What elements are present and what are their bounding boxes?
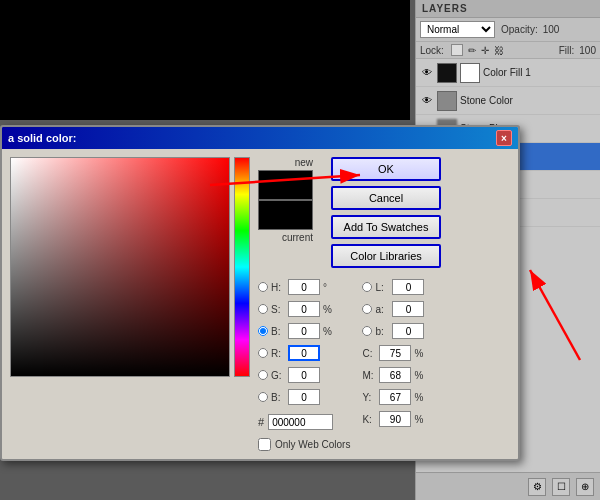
blue-rgb-field-row: B: [258,388,350,406]
hue-radio[interactable] [258,282,268,292]
saturation-field-row: S: % [258,300,350,318]
hue-field-row: H: ° [258,278,350,296]
a-label: a: [375,304,389,315]
dialog-close-button[interactable]: × [496,130,512,146]
blend-mode-select[interactable]: Normal [420,21,495,38]
add-to-swatches-button[interactable]: Add To Swatches [331,215,441,239]
k-input[interactable] [379,411,411,427]
new-adjustment-button[interactable]: ⊕ [576,478,594,496]
dialog-buttons: OK Cancel Add To Swatches Color Librarie… [331,157,441,268]
c-field-row: C: % [362,344,426,362]
brightness-input[interactable] [288,323,320,339]
hue-unit: ° [323,282,335,293]
lock-row: Lock: ✏ ✛ ⛓ Fill: 100 [416,42,600,59]
l-input[interactable] [392,279,424,295]
hue-slider[interactable] [234,157,250,377]
web-colors-row: Only Web Colors [258,438,350,451]
opacity-label: Opacity: [501,24,538,35]
m-input[interactable] [379,367,411,383]
green-input[interactable] [288,367,320,383]
k-unit: % [414,414,426,425]
hex-input[interactable] [268,414,333,430]
b2-label: b: [375,326,389,337]
saturation-label: S: [271,304,285,315]
color-picker-left [10,157,250,451]
m-label: M: [362,370,376,381]
lock-icon[interactable] [451,44,463,56]
c-label: C: [362,348,376,359]
red-radio[interactable] [258,348,268,358]
layer-mask-thumbnail [460,63,480,83]
new-label: new [295,157,313,168]
dialog-center: new current OK Cancel Add To Swatches Co… [258,157,441,451]
fill-label: Fill: [559,45,575,56]
b2-radio[interactable] [362,326,372,336]
b2-input[interactable] [392,323,424,339]
move-icon[interactable]: ✛ [481,45,489,56]
red-input[interactable] [288,345,320,361]
y-unit: % [414,392,426,403]
red-label: R: [271,348,285,359]
a-radio[interactable] [362,304,372,314]
brightness-label: B: [271,326,285,337]
visibility-icon[interactable]: 👁 [420,66,434,80]
lock-label: Lock: [420,45,444,56]
web-colors-label: Only Web Colors [275,439,350,450]
saturation-radio[interactable] [258,304,268,314]
green-label: G: [271,370,285,381]
brush-icon[interactable]: ✏ [468,45,476,56]
color-libraries-button[interactable]: Color Libraries [331,244,441,268]
a-input[interactable] [392,301,424,317]
preview-section: new current [258,157,313,243]
blue-radio[interactable] [258,392,268,402]
layers-controls-row: Normal Opacity: 100 [416,18,600,42]
c-unit: % [414,348,426,359]
m-unit: % [414,370,426,381]
l-radio[interactable] [362,282,372,292]
ok-button[interactable]: OK [331,157,441,181]
layer-item-colorfill1[interactable]: 👁 Color Fill 1 [416,59,600,87]
canvas-black-area [0,0,410,120]
y-label: Y: [362,392,376,403]
opacity-value: 100 [543,24,560,35]
layer-item-stonecolor[interactable]: 👁 Stone Color [416,87,600,115]
layers-bottom-toolbar: ⚙ ☐ ⊕ [416,472,600,500]
y-field-row: Y: % [362,388,426,406]
layer-name: Color Fill 1 [483,67,531,78]
preview-new-color [258,170,313,200]
brightness-radio[interactable] [258,326,268,336]
saturation-input[interactable] [288,301,320,317]
cancel-button[interactable]: Cancel [331,186,441,210]
layer-style-button[interactable]: ⚙ [528,478,546,496]
hex-row: # [258,414,350,430]
layer-mask-button[interactable]: ☐ [552,478,570,496]
visibility-icon[interactable]: 👁 [420,94,434,108]
brightness-unit: % [323,326,335,337]
current-label: current [282,232,313,243]
dialog-title: a solid color: [8,132,76,144]
l-field-row: L: [362,278,426,296]
k-field-row: K: % [362,410,426,428]
dialog-titlebar: a solid color: × [2,127,518,149]
layer-thumbnail [437,63,457,83]
web-colors-checkbox[interactable] [258,438,271,451]
l-label: L: [375,282,389,293]
brightness-field-row: B: % [258,322,350,340]
preview-current-color [258,200,313,230]
c-input[interactable] [379,345,411,361]
dialog-body: new current OK Cancel Add To Swatches Co… [2,149,518,459]
color-fields: H: ° S: % B: % [258,278,441,451]
saturation-unit: % [323,304,335,315]
k-label: K: [362,414,376,425]
b2-field-row: b: [362,322,426,340]
green-radio[interactable] [258,370,268,380]
blue-input[interactable] [288,389,320,405]
color-gradient-picker[interactable] [10,157,230,377]
blue-label: B: [271,392,285,403]
y-input[interactable] [379,389,411,405]
hue-input[interactable] [288,279,320,295]
link-icon[interactable]: ⛓ [494,45,504,56]
m-field-row: M: % [362,366,426,384]
layer-thumbnail [437,91,457,111]
green-field-row: G: [258,366,350,384]
